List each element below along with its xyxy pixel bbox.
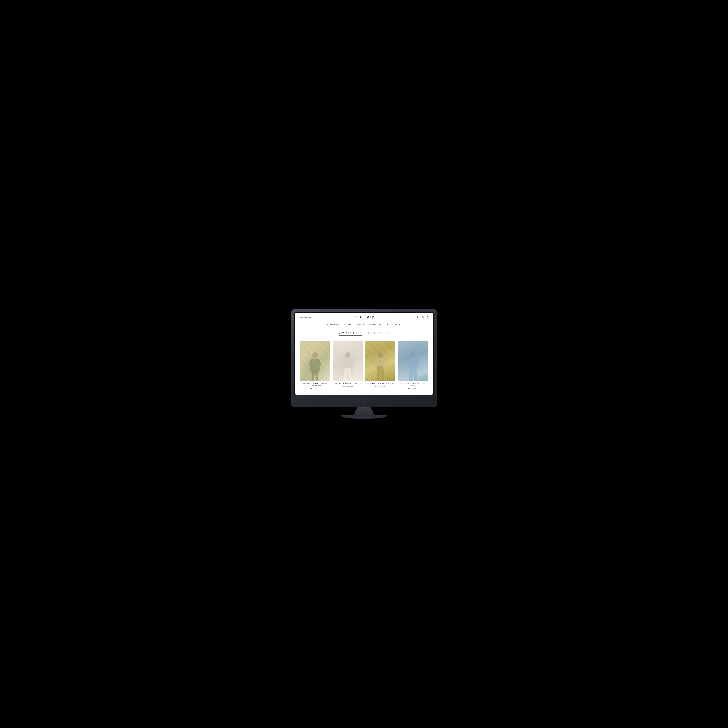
tab-new-additions[interactable]: NEW ADDITIONS [339,332,362,335]
product-name-4: OASIS LINEN BLUE CO-ORDSET [398,382,428,387]
product-info-4: OASIS LINEN BLUE CO-ORDSET RS. 7,950.00 [398,382,428,389]
svg-point-1 [422,317,424,318]
product-price-4: RS. 7,950.00 [398,388,428,389]
figure-svg-2 [338,345,358,381]
product-name-1: MAGNOLIA CHECK GREENSHIRT DRESS [300,382,330,387]
product-card-1[interactable]: MAGNOLIA CHECK GREENSHIRT DRESS RS. 7,45… [300,341,330,389]
svg-point-6 [378,352,382,358]
svg-line-2 [423,318,424,318]
nav-item-clothing[interactable]: CLOTHING [327,324,339,326]
logo-main-text: sanctuary [311,315,416,319]
product-card-3[interactable]: IVY CHECK OCHRE CAMI TOP RS. 2,500.00 [365,341,395,389]
monitor-body: INDIA (INR ₹) ▾ sanctuary LIVING [291,309,437,407]
camera-light [363,398,365,399]
search-icon[interactable] [421,316,424,320]
product-info-1: MAGNOLIA CHECK GREENSHIRT DRESS RS. 7,45… [300,382,330,389]
nav-item-bulk[interactable]: BULK [395,324,401,326]
tab-best-sellers[interactable]: BEST SELLERS [368,332,390,335]
site-main: NEW ADDITIONS BEST SELLERS [295,327,433,395]
site-logo[interactable]: sanctuary LIVING [311,315,416,321]
product-image-1 [300,341,330,381]
site-nav: CLOTHING HOME GIFTS SHOP THE LOOK BULK [299,322,429,327]
locale-selector[interactable]: INDIA (INR ₹) ▾ [299,317,311,318]
product-name-2: IVY CHECK BLUSH CAMI TOP [333,382,363,385]
product-card-4[interactable]: OASIS LINEN BLUE CO-ORDSET RS. 7,950.00 [398,341,428,389]
user-icon[interactable] [416,316,419,320]
monitor-screen: INDIA (INR ₹) ▾ sanctuary LIVING [295,313,433,395]
tabs-row: NEW ADDITIONS BEST SELLERS [300,332,428,335]
monitor-stand-base [341,415,387,419]
product-card-2[interactable]: IVY CHECK BLUSH CAMI TOP RS. 2,500.00 [333,341,363,389]
svg-point-0 [417,317,418,317]
monitor-stand-neck [353,407,375,416]
figure-svg-3 [371,345,390,381]
products-grid: MAGNOLIA CHECK GREENSHIRT DRESS RS. 7,45… [300,341,428,389]
figure-svg-4 [403,345,423,381]
header-top: INDIA (INR ₹) ▾ sanctuary LIVING [299,313,429,322]
product-image-2 [333,341,363,381]
svg-point-5 [345,352,350,358]
figure-svg-1 [305,345,325,381]
logo-sub-text: LIVING [311,319,416,321]
svg-point-4 [312,352,318,359]
product-image-4 [398,341,428,381]
apple-logo:  [363,401,365,405]
product-price-1: RS. 7,450.00 [300,388,330,389]
svg-point-7 [411,352,415,357]
bag-icon[interactable] [427,316,429,320]
monitor-wrapper: INDIA (INR ₹) ▾ sanctuary LIVING [291,309,437,419]
svg-rect-3 [427,317,429,318]
product-price-2: RS. 2,500.00 [333,385,363,387]
product-price-3: RS. 2,500.00 [365,385,395,387]
product-image-3 [365,341,395,381]
site-header: INDIA (INR ₹) ▾ sanctuary LIVING [295,313,433,327]
locale-text: INDIA (INR ₹) [299,317,310,318]
screen-bezel: INDIA (INR ₹) ▾ sanctuary LIVING [294,312,434,395]
nav-item-shop-the-look[interactable]: SHOP THE LOOK [370,324,389,326]
nav-item-home[interactable]: HOME [345,324,352,326]
product-info-2: IVY CHECK BLUSH CAMI TOP RS. 2,500.00 [333,382,363,387]
nav-item-gifts[interactable]: GIFTS [358,324,364,326]
header-icons [416,316,429,320]
product-name-3: IVY CHECK OCHRE CAMI TOP [365,382,395,385]
product-info-3: IVY CHECK OCHRE CAMI TOP RS. 2,500.00 [365,382,395,387]
